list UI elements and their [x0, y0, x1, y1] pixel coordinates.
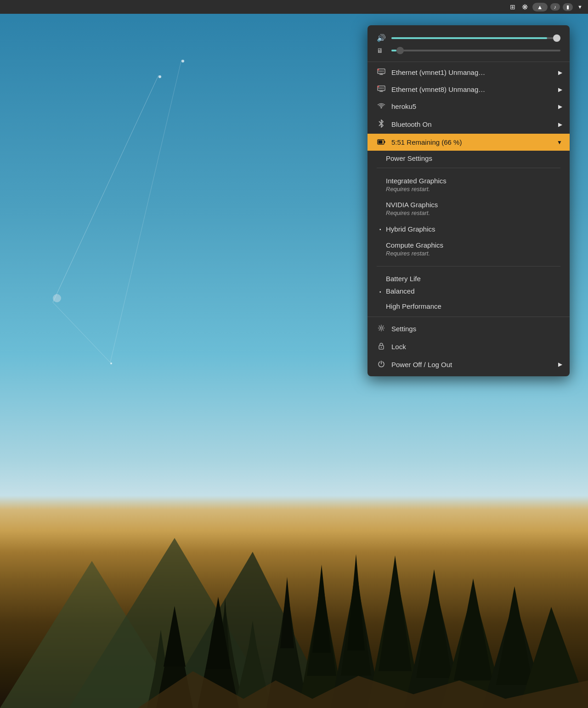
action-items-section: Settings Lock Power Off / Log Out: [368, 317, 570, 376]
brightness-thumb[interactable]: [396, 47, 404, 54]
nvidia-graphics-sub: Requires restart.: [386, 210, 438, 217]
brightness-slider-icon: 🖥: [377, 47, 386, 54]
svg-rect-57: [384, 141, 385, 143]
topbar: ⊞ ❋ ▲ ♪ ▮ ▼: [0, 0, 588, 14]
battery-life-section: Battery Life • Balanced High Performance: [368, 268, 570, 317]
desktop-dot: [53, 294, 61, 302]
settings-label: Settings: [391, 325, 416, 333]
volume-slider-row[interactable]: 🔊: [377, 34, 560, 42]
ethernet-vmnet8-item[interactable]: Ethernet (vmnet8) Unmanag… ▶: [368, 81, 570, 98]
battery-topbar-icon[interactable]: ▮: [566, 4, 569, 10]
lock-label: Lock: [391, 343, 406, 351]
power-arrow-icon: ▶: [558, 361, 562, 368]
ethernet-vmnet1-label: Ethernet (vmnet1) Unmanag…: [391, 68, 485, 76]
bluetooth-item[interactable]: Bluetooth On ▶: [368, 115, 570, 134]
battery-menu-icon: [377, 138, 386, 146]
brightness-track[interactable]: [391, 50, 560, 51]
wifi-menu-icon: [377, 102, 386, 110]
arrow-icon: ▶: [558, 86, 562, 93]
trees-decoration: [0, 469, 588, 708]
svg-point-54: [381, 107, 382, 108]
heroku5-label: heroku5: [391, 102, 416, 110]
nvidia-graphics-label: NVIDIA Graphics: [386, 200, 438, 210]
high-performance-item[interactable]: High Performance: [368, 299, 570, 314]
svg-marker-29: [496, 586, 533, 685]
settings-icon: [377, 324, 386, 333]
svg-marker-27: [454, 578, 492, 680]
hybrid-graphics-item[interactable]: • Hybrid Graphics: [368, 221, 570, 238]
network-section: Ethernet (vmnet1) Unmanag… ▶ Ethernet (v…: [368, 64, 570, 134]
arrow-icon: ▶: [558, 69, 562, 76]
svg-marker-23: [379, 555, 412, 671]
compute-graphics-sub: Requires restart.: [386, 250, 443, 258]
nvidia-graphics-item[interactable]: NVIDIA Graphics Requires restart.: [368, 197, 570, 221]
divider-2: [377, 168, 560, 168]
power-off-label: Power Off / Log Out: [391, 361, 452, 368]
svg-marker-21: [347, 554, 365, 651]
power-off-item[interactable]: Power Off / Log Out ▶: [368, 356, 570, 374]
bluetooth-label: Bluetooth On: [391, 120, 432, 128]
desktop-dot: [110, 362, 112, 364]
lock-item[interactable]: Lock: [368, 338, 570, 356]
ethernet-icon-2: [377, 85, 386, 93]
compute-graphics-label: Compute Graphics: [386, 241, 443, 250]
arrow-icon: ▶: [558, 121, 562, 128]
desktop-dot: [181, 60, 184, 62]
topbar-arrow-icon[interactable]: ▼: [576, 3, 584, 11]
lock-icon: [377, 342, 386, 351]
svg-point-58: [380, 327, 383, 329]
battery-life-label: Battery Life: [386, 275, 421, 283]
integrated-graphics-sub: Requires restart.: [386, 186, 447, 193]
ethernet-vmnet1-item[interactable]: Ethernet (vmnet1) Unmanag… ▶: [368, 64, 570, 81]
svg-marker-25: [416, 569, 452, 678]
brightness-slider-row[interactable]: 🖥: [377, 47, 560, 54]
svg-rect-56: [379, 141, 383, 144]
svg-marker-18: [312, 565, 331, 653]
volume-topbar-icon[interactable]: ♪: [554, 4, 557, 10]
hybrid-graphics-label: Hybrid Graphics: [386, 225, 435, 234]
dropbox-icon[interactable]: ❋: [520, 2, 530, 12]
balanced-bullet-icon: •: [379, 289, 381, 295]
ethernet-icon: [377, 68, 386, 76]
desktop-dot: [158, 75, 161, 78]
battery-label: 5:51 Remaining (66 %): [391, 138, 462, 146]
wifi-topbar-icon[interactable]: ▲: [537, 4, 543, 11]
wifi-heroku5-item[interactable]: heroku5 ▶: [368, 98, 570, 115]
balanced-label: Balanced: [386, 287, 415, 295]
svg-point-60: [381, 346, 382, 347]
integrated-graphics-label: Integrated Graphics: [386, 176, 447, 186]
power-settings-item[interactable]: Power Settings: [368, 151, 570, 166]
volume-thumb[interactable]: [553, 34, 560, 42]
power-icon: [377, 360, 386, 369]
volume-fill: [391, 37, 547, 39]
system-menu-panel: 🔊 🖥: [368, 25, 570, 376]
high-performance-label: High Performance: [386, 302, 441, 310]
integrated-graphics-item[interactable]: Integrated Graphics Requires restart.: [368, 173, 570, 197]
volume-track[interactable]: [391, 37, 560, 39]
sliders-section: 🔊 🖥: [368, 25, 570, 60]
compute-graphics-item[interactable]: Compute Graphics Requires restart.: [368, 237, 570, 261]
brightness-fill: [391, 50, 396, 51]
bullet-icon: •: [379, 227, 381, 232]
battery-life-section-label: Battery Life: [368, 271, 570, 283]
screen-layout-icon[interactable]: ⊞: [508, 2, 517, 11]
graphics-section: Integrated Graphics Requires restart. NV…: [368, 170, 570, 264]
volume-slider-icon: 🔊: [377, 34, 386, 42]
bluetooth-menu-icon: [377, 119, 386, 129]
divider-1: [368, 62, 570, 62]
balanced-item[interactable]: • Balanced: [368, 283, 570, 299]
battery-item[interactable]: 5:51 Remaining (66 %) ▼: [368, 134, 570, 151]
dropdown-arrow-icon: ▼: [557, 139, 562, 146]
arrow-icon: ▶: [558, 103, 562, 110]
divider-3: [377, 266, 560, 266]
power-settings-label: Power Settings: [386, 154, 432, 162]
ethernet-vmnet8-label: Ethernet (vmnet8) Unmanag…: [391, 85, 485, 93]
settings-item[interactable]: Settings: [368, 320, 570, 338]
